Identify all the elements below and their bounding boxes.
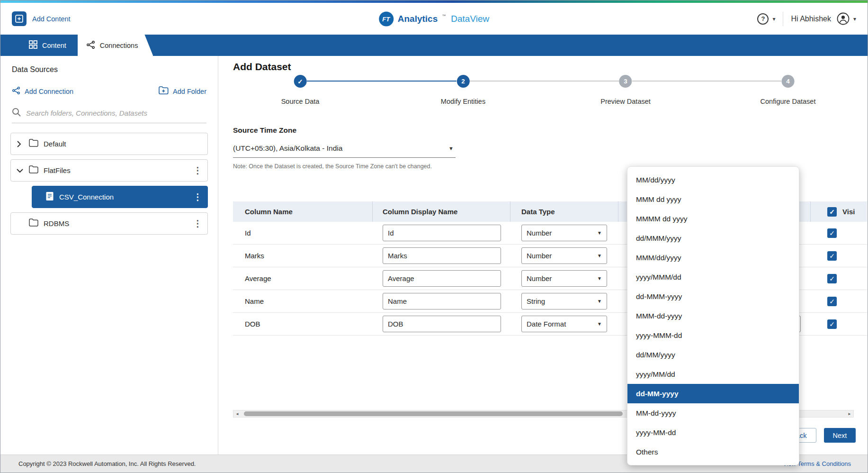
tree-folder-default[interactable]: Default (10, 133, 208, 155)
step-label: Source Data (281, 98, 320, 105)
add-content-button[interactable]: Add Content (12, 11, 71, 26)
scroll-left-icon[interactable]: ◄ (233, 412, 241, 416)
display-name-input[interactable] (383, 247, 501, 264)
add-folder-label: Add Folder (173, 88, 206, 95)
header-divider (783, 12, 783, 26)
sidebar-title: Data Sources (12, 65, 206, 74)
visible-checkbox[interactable]: ✓ (827, 274, 837, 283)
add-connection-label: Add Connection (25, 88, 73, 95)
data-type-select[interactable]: String▼ (521, 293, 607, 309)
tree-folder-flatfiles[interactable]: FlatFiles ⋮ (10, 159, 208, 182)
date-format-option[interactable]: yyyy/MMM/dd (627, 267, 799, 287)
column-name-value: Name (245, 297, 264, 305)
display-name-input[interactable] (383, 225, 501, 241)
connections-icon (86, 40, 95, 51)
tree-folder-default-label: Default (44, 140, 66, 148)
date-format-option-selected[interactable]: dd-MM-yyyy (627, 384, 799, 403)
date-format-option[interactable]: dd/MMM/yyyy (627, 228, 799, 248)
date-format-option[interactable]: yyyy/MM/dd (627, 364, 799, 384)
step-number: 2 (456, 75, 469, 88)
chevron-right-icon[interactable] (17, 141, 29, 147)
step-configure-dataset[interactable]: 4 Configure Dataset (761, 75, 816, 105)
stepper-line-completed (307, 81, 456, 82)
tab-content-label: Content (42, 42, 66, 49)
brand-name-secondary: DataView (451, 14, 489, 24)
step-label: Preview Dataset (600, 98, 651, 105)
add-folder-button[interactable]: Add Folder (159, 86, 206, 96)
visible-all-checkbox[interactable]: ✓ (827, 207, 837, 217)
date-format-option[interactable]: dd-MMM-yyyy (627, 287, 799, 306)
help-caret-icon[interactable]: ▾ (772, 16, 775, 22)
date-format-option[interactable]: Others (627, 442, 799, 462)
chevron-down-icon[interactable] (17, 168, 29, 173)
date-format-option[interactable]: MMM/dd/yyyy (627, 248, 799, 267)
kebab-menu-icon[interactable]: ⋮ (193, 191, 202, 202)
tree-connection-csv[interactable]: CSV_Connection ⋮ (32, 186, 208, 208)
stepper-line (470, 81, 619, 82)
step-modify-entities[interactable]: 2 Modify Entities (441, 75, 485, 105)
app-logo: FT Analytics ™ DataView (379, 11, 489, 26)
date-format-option[interactable]: MM-dd-yyyy (627, 403, 799, 423)
date-format-option[interactable]: MM/dd/yyyy (627, 170, 799, 190)
sidebar-search (12, 108, 206, 123)
user-greeting: Hi Abhishek (791, 15, 831, 23)
search-icon (12, 108, 21, 118)
sidebar-actions: Add Connection Add Folder (12, 86, 206, 96)
scroll-right-icon[interactable]: ► (846, 412, 853, 416)
display-name-input[interactable] (383, 293, 501, 309)
tree-folder-rdbms[interactable]: RDBMS ⋮ (10, 212, 208, 235)
date-format-option[interactable]: yyyy-MM-dd (627, 423, 799, 442)
tab-bar: Content Connections (0, 35, 868, 56)
step-preview-dataset[interactable]: 3 Preview Dataset (600, 75, 651, 105)
visible-checkbox[interactable]: ✓ (827, 319, 837, 329)
display-name-input[interactable] (383, 316, 501, 332)
date-format-option[interactable]: dd/MM/yyyy (627, 345, 799, 364)
header-visible: ✓ Visi (811, 201, 867, 222)
brand-name-primary: Analytics (398, 14, 438, 24)
chevron-down-icon: ▼ (597, 276, 602, 281)
visible-checkbox[interactable]: ✓ (827, 297, 837, 306)
tree-folder-rdbms-label: RDBMS (44, 219, 69, 227)
top-bar: Add Content FT Analytics ™ DataView ? ▾ … (0, 3, 868, 35)
user-menu-caret-icon[interactable]: ▾ (853, 16, 856, 22)
date-format-dropdown: MM/dd/yyyy MMM dd yyyy MMMM dd yyyy dd/M… (627, 166, 799, 465)
visible-checkbox[interactable]: ✓ (827, 228, 837, 238)
data-type-select[interactable]: Number▼ (521, 247, 607, 264)
folder-icon (29, 139, 38, 149)
next-button[interactable]: Next (824, 428, 856, 443)
display-name-input[interactable] (383, 270, 501, 287)
visible-checkbox[interactable]: ✓ (827, 251, 837, 261)
data-sources-sidebar: Data Sources Add Connection Add Folder (0, 56, 218, 455)
add-content-icon (12, 11, 27, 26)
timezone-select[interactable]: (UTC+05:30), Asia/Kolkata - India ▼ (233, 141, 456, 158)
trademark-symbol: ™ (442, 13, 446, 18)
data-type-select[interactable]: Number▼ (521, 225, 607, 241)
date-format-option[interactable]: MMM-dd-yyyy (627, 306, 799, 326)
step-source-data[interactable]: ✓ Source Data (281, 75, 320, 105)
data-type-select[interactable]: Number▼ (521, 270, 607, 287)
header-visible-label: Visi (842, 208, 855, 216)
data-sources-tree: Default FlatFiles ⋮ CSV_Connection ⋮ (10, 133, 208, 235)
user-avatar-icon[interactable] (837, 12, 850, 25)
tab-content[interactable]: Content (18, 35, 78, 56)
data-type-select[interactable]: Date Format▼ (521, 316, 607, 332)
help-icon[interactable]: ? (757, 13, 769, 25)
scrollbar-thumb[interactable] (244, 411, 623, 416)
search-input[interactable] (26, 109, 206, 117)
date-format-option[interactable]: yyyy-MMM-dd (627, 326, 799, 345)
timezone-value: (UTC+05:30), Asia/Kolkata - India (233, 144, 342, 153)
column-name-value: Marks (245, 252, 264, 260)
kebab-menu-icon[interactable]: ⋮ (193, 165, 202, 176)
step-check-icon: ✓ (294, 75, 306, 88)
chevron-down-icon: ▼ (597, 321, 602, 327)
wizard-stepper: ✓ Source Data 2 Modify Entities 3 Previe… (219, 56, 867, 115)
tab-connections[interactable]: Connections (78, 35, 153, 56)
date-format-option[interactable]: MMMM dd yyyy (627, 209, 799, 228)
add-connection-button[interactable]: Add Connection (12, 86, 73, 96)
data-type-value: Date Format (527, 320, 566, 328)
ft-logo-icon: FT (379, 11, 394, 26)
timezone-note: Note: Once the Dataset is created, the S… (233, 163, 432, 170)
kebab-menu-icon[interactable]: ⋮ (193, 218, 202, 229)
date-format-option[interactable]: MMM dd yyyy (627, 190, 799, 209)
step-number: 3 (619, 75, 632, 88)
